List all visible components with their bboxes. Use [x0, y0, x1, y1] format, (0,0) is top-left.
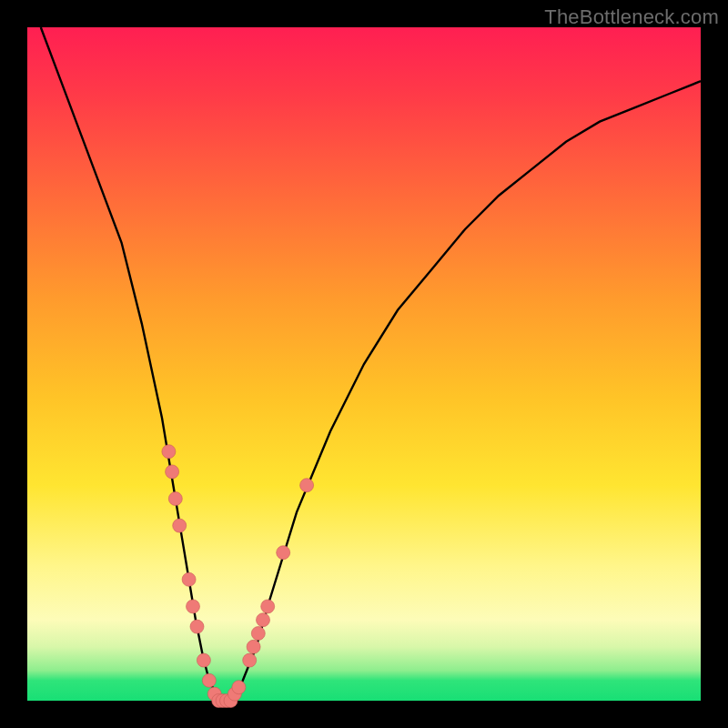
watermark-text: TheBottleneck.com [544, 5, 719, 29]
curve-marker [232, 681, 246, 694]
markers-group [162, 445, 314, 708]
curve-marker [247, 640, 260, 653]
chart-stage: TheBottleneck.com [0, 0, 728, 728]
curve-marker [300, 479, 314, 492]
curve-marker [202, 673, 216, 687]
curve-marker [277, 546, 290, 560]
curve-marker [261, 600, 275, 613]
curve-marker [187, 600, 200, 613]
curve-marker [162, 445, 176, 459]
bottleneck-curve-path [41, 27, 701, 701]
plot-area [27, 27, 701, 701]
curve-marker [173, 519, 187, 532]
bottleneck-curve-svg [27, 27, 701, 701]
curve-marker [190, 620, 204, 633]
curve-marker [197, 653, 210, 667]
curve-marker [166, 465, 179, 479]
curve-marker [182, 572, 196, 586]
curve-marker [257, 613, 270, 627]
curve-marker [251, 627, 265, 641]
curve-marker [243, 653, 257, 667]
curve-marker [168, 492, 182, 506]
